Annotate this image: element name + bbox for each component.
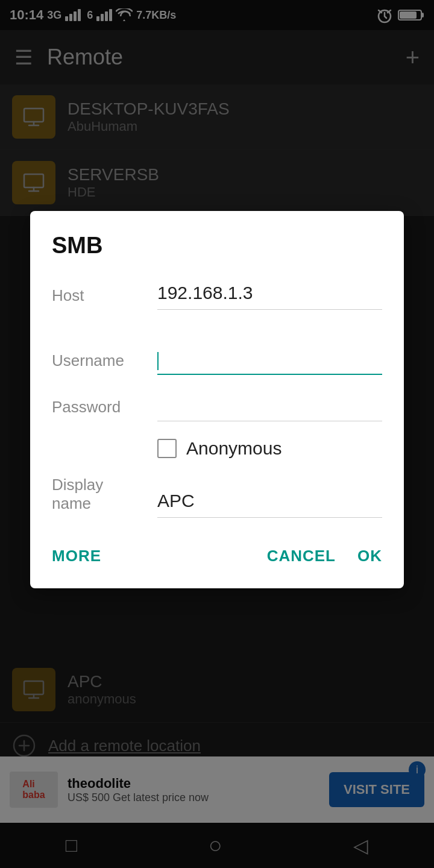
cursor — [157, 352, 159, 370]
anonymous-checkbox[interactable] — [157, 439, 177, 458]
password-input[interactable] — [157, 392, 382, 417]
ok-button[interactable]: OK — [357, 541, 382, 571]
cancel-button[interactable]: CANCEL — [267, 541, 336, 571]
action-buttons: CANCEL OK — [267, 541, 382, 571]
host-row: Host — [52, 280, 382, 310]
anonymous-row: Anonymous — [157, 438, 382, 459]
host-input[interactable] — [157, 280, 382, 306]
password-label: Password — [52, 398, 157, 421]
dialog-actions: MORE CANCEL OK — [52, 535, 382, 571]
password-input-wrap[interactable] — [157, 392, 382, 421]
username-input-wrap[interactable] — [157, 327, 382, 375]
username-row: Username — [52, 327, 382, 375]
more-button[interactable]: MORE — [52, 541, 101, 571]
anonymous-label: Anonymous — [186, 438, 281, 459]
host-input-wrap[interactable] — [157, 280, 382, 310]
username-input[interactable] — [157, 327, 382, 352]
displayname-input-wrap[interactable] — [157, 488, 382, 518]
dialog-title: SMB — [52, 233, 382, 259]
displayname-label: Displayname — [52, 476, 157, 518]
password-row: Password — [52, 392, 382, 421]
host-label: Host — [52, 286, 157, 310]
displayname-input[interactable] — [157, 488, 382, 514]
username-label: Username — [52, 351, 157, 375]
displayname-row: Displayname — [52, 476, 382, 518]
smb-dialog: SMB Host Username Password Anonymous Dis… — [30, 211, 404, 588]
